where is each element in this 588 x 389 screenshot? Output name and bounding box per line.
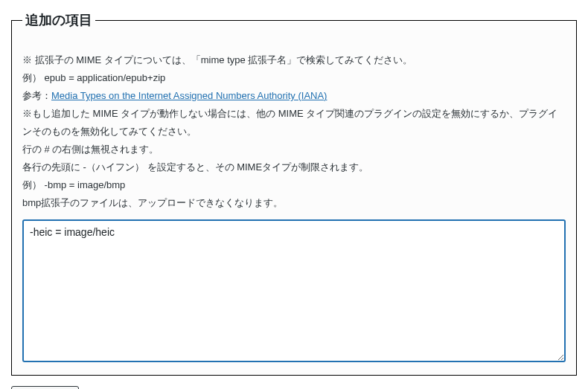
desc-line-2: 例） epub = application/epub+zip bbox=[22, 69, 566, 87]
iana-link[interactable]: Media Types on the Internet Assigned Num… bbox=[51, 90, 327, 101]
description-block: ※ 拡張子の MIME タイプについては、「mime type 拡張子名」で検索… bbox=[22, 51, 566, 212]
fieldset-legend: 追加の項目 bbox=[22, 11, 95, 29]
desc-line-4: ※もし追加した MIME タイプが動作しない場合には、他の MIME タイプ関連… bbox=[22, 105, 566, 141]
desc-line-7: 例） -bmp = image/bmp bbox=[22, 176, 566, 194]
desc-line-3-prefix: 参考： bbox=[22, 90, 51, 101]
desc-line-5: 行の # の右側は無視されます。 bbox=[22, 141, 566, 158]
submit-row: 設定を保存 bbox=[11, 386, 577, 389]
desc-line-1: ※ 拡張子の MIME タイプについては、「mime type 拡張子名」で検索… bbox=[22, 51, 566, 69]
desc-line-8: bmp拡張子のファイルは、アップロードできなくなります。 bbox=[22, 194, 566, 212]
additional-items-fieldset: 追加の項目 ※ 拡張子の MIME タイプについては、「mime type 拡張… bbox=[11, 11, 577, 376]
desc-line-3: 参考：Media Types on the Internet Assigned … bbox=[22, 87, 566, 105]
save-button[interactable]: 設定を保存 bbox=[11, 386, 79, 389]
mime-types-textarea[interactable] bbox=[22, 219, 566, 362]
desc-line-6: 各行の先頭に -（ハイフン） を設定すると、その MIMEタイプが制限されます。 bbox=[22, 158, 566, 176]
